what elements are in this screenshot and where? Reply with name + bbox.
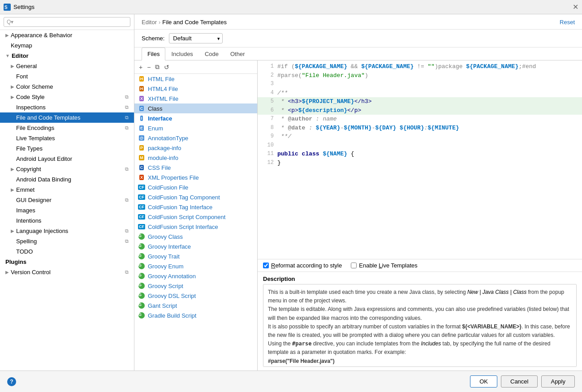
reformat-checkbox-label[interactable]: Reformat according to style — [263, 262, 342, 269]
help-button[interactable]: ? — [7, 377, 16, 386]
file-item-name: Groovy Script — [148, 283, 183, 289]
list-item[interactable]: C CSS File — [134, 163, 257, 172]
list-item[interactable]: H HTML File — [134, 74, 257, 84]
sidebar-item-font[interactable]: Font — [0, 71, 134, 82]
list-item[interactable]: G Groovy Trait — [134, 251, 257, 261]
sidebar-item-emmet[interactable]: ▶ Emmet — [0, 185, 134, 195]
file-item-name: Gradle Build Script — [148, 312, 196, 319]
code-line: 1 #if (${PACKAGE_NAME} && ${PACKAGE_NAME… — [258, 62, 582, 71]
copy-icon: ⧉ — [125, 269, 129, 275]
cancel-button[interactable]: Cancel — [501, 375, 538, 388]
list-item[interactable]: I Interface — [134, 113, 257, 123]
list-item[interactable]: H HTML4 File — [134, 84, 257, 94]
list-item[interactable]: G Groovy Script — [134, 281, 257, 291]
code-line: 2 #parse("File Header.java") — [258, 71, 582, 80]
sidebar-item-inspections[interactable]: Inspections ⧉ — [0, 102, 134, 112]
sidebar-item-label: Images — [16, 207, 35, 214]
list-item[interactable]: M module-info — [134, 153, 257, 163]
tab-code[interactable]: Code — [199, 47, 224, 60]
enum-file-icon: E — [138, 125, 145, 132]
list-item[interactable]: G Groovy DSL Script — [134, 291, 257, 301]
sidebar-item-editor[interactable]: ▼ Editor — [0, 51, 134, 61]
list-item[interactable]: P package-info — [134, 143, 257, 153]
sidebar-item-version-control[interactable]: ▶ Version Control ⧉ — [0, 267, 134, 277]
groovy-interface-icon: G — [138, 243, 145, 250]
list-item[interactable]: G Gant Script — [134, 301, 257, 310]
sidebar-item-todo[interactable]: TODO — [0, 246, 134, 257]
sidebar-item-keymap[interactable]: Keymap — [0, 40, 134, 51]
sidebar-item-images[interactable]: Images — [0, 205, 134, 215]
list-item[interactable]: E Enum — [134, 123, 257, 133]
list-item[interactable]: @ AnnotationType — [134, 133, 257, 143]
code-line: 10 — [258, 141, 582, 150]
cf-script-comp-icon: CF — [138, 213, 145, 220]
sidebar-item-file-encodings[interactable]: File Encodings ⧉ — [0, 123, 134, 133]
list-item[interactable]: CF ColdFusion File — [134, 182, 257, 192]
title-bar-left: S Settings — [4, 4, 34, 11]
groovy-script-icon: G — [138, 282, 145, 289]
list-item[interactable]: CF ColdFusion Script Component — [134, 212, 257, 222]
sidebar-item-file-types[interactable]: File Types — [0, 143, 134, 154]
html-file-icon: H — [138, 75, 145, 82]
reformat-checkbox[interactable] — [263, 263, 269, 268]
list-item[interactable]: CF ColdFusion Tag Interface — [134, 202, 257, 212]
list-item[interactable]: C Class — [134, 103, 257, 113]
sidebar-item-android-data-binding[interactable]: Android Data Binding — [0, 174, 134, 185]
scheme-select[interactable]: Default — [169, 33, 223, 43]
tab-files[interactable]: Files — [142, 47, 165, 60]
reset-button[interactable]: Reset — [560, 19, 575, 26]
copy-template-button[interactable]: ⧉ — [153, 62, 161, 72]
live-templates-checkbox[interactable] — [351, 263, 357, 268]
close-button[interactable]: ✕ — [573, 3, 578, 11]
sidebar-item-appearance[interactable]: ▶ Appearance & Behavior — [0, 30, 134, 40]
line-number: 10 — [261, 141, 274, 150]
sidebar-item-general[interactable]: ▶ General — [0, 61, 134, 71]
live-templates-checkbox-label[interactable]: Enable Live Templates — [351, 262, 418, 269]
list-item[interactable]: CF ColdFusion Script Interface — [134, 222, 257, 232]
description-text[interactable]: This is a built-in template used each ti… — [263, 284, 577, 367]
list-item[interactable]: G Groovy Interface — [134, 241, 257, 251]
expand-arrow-icon: ▶ — [5, 33, 9, 38]
line-number: 9 — [261, 132, 274, 141]
remove-template-button[interactable]: − — [145, 63, 152, 72]
list-item[interactable]: X XML Properties File — [134, 172, 257, 182]
sidebar-item-color-scheme[interactable]: ▶ Color Scheme — [0, 82, 134, 92]
list-item[interactable]: G Groovy Class — [134, 232, 257, 241]
file-item-name: Groovy Trait — [148, 253, 180, 260]
sidebar-item-live-templates[interactable]: Live Templates — [0, 133, 134, 143]
search-input[interactable] — [4, 17, 130, 27]
list-item[interactable]: CF ColdFusion Tag Component — [134, 192, 257, 202]
list-item[interactable]: G Groovy Annotation — [134, 271, 257, 281]
window-title: Settings — [13, 4, 34, 10]
sidebar-item-plugins[interactable]: Plugins — [0, 257, 134, 267]
sidebar-item-language-injections[interactable]: ▶ Language Injections ⧉ — [0, 226, 134, 236]
tab-other[interactable]: Other — [224, 47, 251, 60]
code-line: 4 /** — [258, 89, 582, 98]
sidebar-item-copyright[interactable]: ▶ Copyright ⧉ — [0, 164, 134, 174]
sidebar-item-intentions[interactable]: Intentions — [0, 215, 134, 226]
expand-arrow-icon: ▶ — [11, 228, 14, 233]
sidebar-item-spelling[interactable]: Spelling ⧉ — [0, 236, 134, 246]
apply-button[interactable]: Apply — [541, 375, 575, 388]
sidebar-item-code-style[interactable]: ▶ Code Style ⧉ — [0, 92, 134, 102]
list-item[interactable]: G Groovy Enum — [134, 261, 257, 271]
copy-icon: ⧉ — [125, 94, 129, 100]
scheme-select-wrap[interactable]: Default — [169, 33, 223, 43]
app-icon: S — [4, 4, 11, 11]
list-item[interactable]: G Gradle Build Script — [134, 310, 257, 320]
code-editor[interactable]: 1 #if (${PACKAGE_NAME} && ${PACKAGE_NAME… — [258, 60, 582, 259]
add-template-button[interactable]: + — [137, 63, 144, 72]
list-item[interactable]: X XHTML File — [134, 94, 257, 103]
sidebar-item-gui-designer[interactable]: GUI Designer ⧉ — [0, 195, 134, 205]
ok-button[interactable]: OK — [470, 375, 497, 388]
tab-includes[interactable]: Includes — [165, 47, 198, 60]
reset-template-button[interactable]: ↺ — [162, 63, 171, 72]
line-number: 5 — [261, 97, 274, 106]
sidebar-item-android-layout-editor[interactable]: Android Layout Editor — [0, 154, 134, 164]
cf-tag-iface-icon: CF — [138, 203, 145, 211]
file-item-name: Groovy Enum — [148, 263, 183, 270]
search-box[interactable] — [0, 14, 134, 30]
css-file-icon: C — [138, 164, 145, 171]
sidebar-item-file-code-templates[interactable]: File and Code Templates ⧉ — [0, 112, 134, 123]
description-section: Description This is a built-in template … — [258, 272, 582, 370]
